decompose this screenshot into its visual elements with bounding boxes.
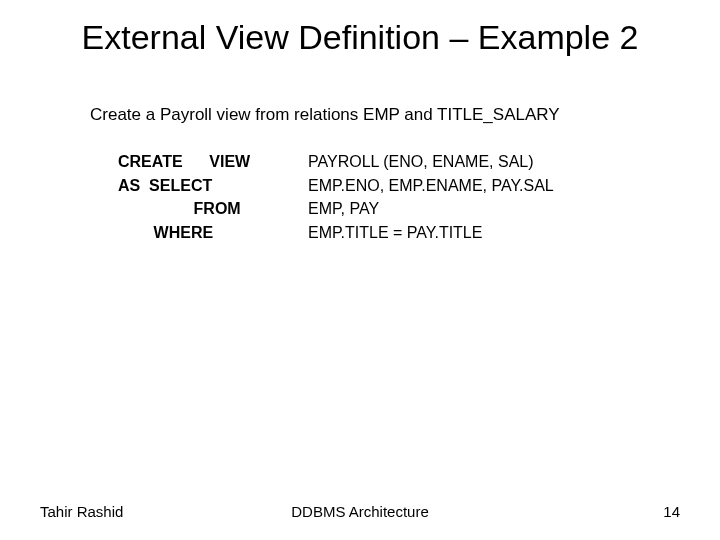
sql-row: FROM EMP, PAY (118, 198, 680, 220)
sql-keyword: AS SELECT (118, 175, 308, 197)
footer: Tahir Rashid DDBMS Architecture 14 (0, 503, 720, 520)
footer-page-number: 14 (663, 503, 680, 520)
slide: External View Definition – Example 2 Cre… (0, 0, 720, 540)
sql-block: CREATE VIEW PAYROLL (ENO, ENAME, SAL) AS… (118, 151, 680, 243)
sql-value: EMP.TITLE = PAY.TITLE (308, 222, 680, 244)
footer-author: Tahir Rashid (40, 503, 123, 520)
slide-title: External View Definition – Example 2 (40, 18, 680, 57)
sql-keyword: CREATE VIEW (118, 151, 308, 173)
sql-value: PAYROLL (ENO, ENAME, SAL) (308, 151, 680, 173)
sql-row: WHERE EMP.TITLE = PAY.TITLE (118, 222, 680, 244)
sql-keyword: FROM (118, 198, 308, 220)
sql-keyword: WHERE (118, 222, 308, 244)
sql-value: EMP.ENO, EMP.ENAME, PAY.SAL (308, 175, 680, 197)
sql-row: CREATE VIEW PAYROLL (ENO, ENAME, SAL) (118, 151, 680, 173)
intro-text: Create a Payroll view from relations EMP… (90, 105, 680, 125)
sql-value: EMP, PAY (308, 198, 680, 220)
sql-row: AS SELECT EMP.ENO, EMP.ENAME, PAY.SAL (118, 175, 680, 197)
footer-topic: DDBMS Architecture (291, 503, 429, 520)
